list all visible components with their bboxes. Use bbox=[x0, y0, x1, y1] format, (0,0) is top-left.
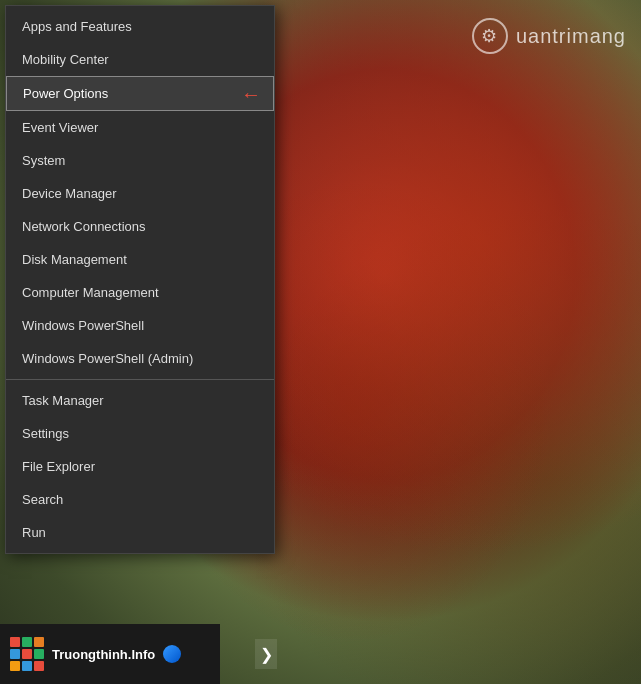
menu-section-1: Apps and Features Mobility Center Power … bbox=[6, 6, 274, 380]
taskbar-expand-arrow[interactable]: ❯ bbox=[255, 639, 277, 669]
menu-item-computer-management[interactable]: Computer Management bbox=[6, 276, 274, 309]
menu-item-windows-powershell-admin[interactable]: Windows PowerShell (Admin) bbox=[6, 342, 274, 375]
menu-item-settings[interactable]: Settings bbox=[6, 417, 274, 450]
context-menu: Apps and Features Mobility Center Power … bbox=[5, 5, 275, 554]
watermark-icon: ⚙ bbox=[472, 18, 508, 54]
menu-item-mobility-center[interactable]: Mobility Center bbox=[6, 43, 274, 76]
menu-item-run[interactable]: Run bbox=[6, 516, 274, 549]
brand-bar: Truongthinh.Info bbox=[0, 624, 220, 684]
menu-item-windows-powershell[interactable]: Windows PowerShell bbox=[6, 309, 274, 342]
red-arrow-icon: ← bbox=[241, 82, 261, 105]
brand-text: Truongthinh.Info bbox=[52, 647, 155, 662]
brand-logo bbox=[10, 637, 44, 671]
brand-circle-icon bbox=[163, 645, 181, 663]
menu-item-network-connections[interactable]: Network Connections bbox=[6, 210, 274, 243]
menu-item-apps-features[interactable]: Apps and Features bbox=[6, 10, 274, 43]
menu-item-file-explorer[interactable]: File Explorer bbox=[6, 450, 274, 483]
menu-item-event-viewer[interactable]: Event Viewer bbox=[6, 111, 274, 144]
watermark-text: uantrimang bbox=[516, 25, 626, 48]
menu-item-task-manager[interactable]: Task Manager bbox=[6, 384, 274, 417]
menu-item-search[interactable]: Search bbox=[6, 483, 274, 516]
watermark: ⚙ uantrimang bbox=[472, 18, 626, 54]
menu-item-power-options[interactable]: Power Options ← bbox=[6, 76, 274, 111]
menu-section-2: Task Manager Settings File Explorer Sear… bbox=[6, 380, 274, 553]
menu-item-system[interactable]: System bbox=[6, 144, 274, 177]
menu-item-disk-management[interactable]: Disk Management bbox=[6, 243, 274, 276]
menu-item-device-manager[interactable]: Device Manager bbox=[6, 177, 274, 210]
